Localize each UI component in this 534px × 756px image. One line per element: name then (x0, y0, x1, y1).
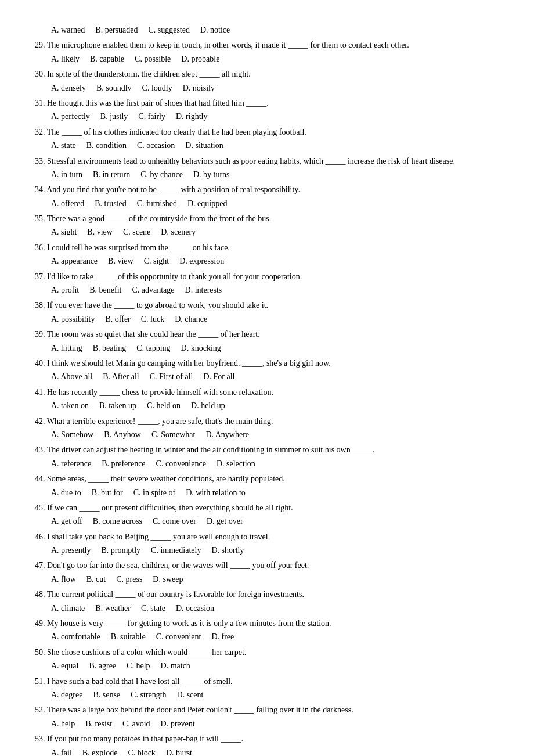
option: A. densely (51, 84, 86, 92)
question-text: 40. I think we should let Maria go campi… (35, 357, 499, 370)
options-line: A. offeredB. trustedC. furnishedD. equip… (35, 197, 499, 210)
option: D. knocking (181, 344, 221, 352)
option: B. in return (93, 170, 130, 179)
options-line: A. SomehowB. AnyhowC. SomewhatD. Anywher… (35, 429, 499, 441)
question-text: 35. There was a good _____ of the countr… (35, 213, 499, 225)
option: D. with relation to (186, 488, 246, 497)
question-text: 38. If you ever have the _____ to go abr… (35, 299, 499, 312)
options-line: A. possibilityB. offerC. luckD. chance (35, 313, 499, 326)
question-block: 46. I shall take you back to Beijing ___… (35, 531, 499, 557)
option: C. sight (144, 257, 169, 265)
option: A. comfortable (51, 632, 100, 641)
option: B. weather (95, 604, 131, 613)
question-block: 52. There was a large box behind the doo… (35, 704, 499, 730)
question-block: 34. And you find that you're not to be _… (35, 183, 499, 210)
option: C. occasion (137, 141, 175, 150)
option: A. perfectly (51, 112, 90, 121)
question-block: 49. My house is very _____ for getting t… (35, 617, 499, 644)
options-line: A. comfortableB. suitableC. convenientD.… (35, 631, 499, 643)
option: D. occasion (176, 604, 214, 613)
options-line: A. warnedB. persuadedC. suggestedD. noti… (35, 24, 499, 37)
option: C. loudly (142, 84, 172, 92)
option: B. beating (93, 344, 127, 352)
option: C. in spite of (134, 488, 175, 497)
option: C. avoid (122, 719, 150, 728)
option: C. scene (123, 228, 150, 236)
option: D. match (161, 661, 190, 670)
option: C. suggested (148, 26, 190, 34)
question-text: 53. If you put too many potatoes in that… (35, 733, 499, 746)
question-text: 36. I could tell he was surprised from t… (35, 242, 499, 254)
question-block: 44. Some areas, _____ their severe weath… (35, 473, 499, 499)
question-block: 33. Stressful environments lead to unhea… (35, 155, 499, 182)
option: C. strength (131, 690, 166, 699)
question-block: 38. If you ever have the _____ to go abr… (35, 299, 499, 326)
options-line: A. hittingB. beatingC. tappingD. knockin… (35, 342, 499, 355)
question-block: 42. What a terrible experience! _____, y… (35, 415, 499, 442)
option: A. Somehow (51, 430, 93, 439)
question-block: 48. The current political _____ of our c… (35, 588, 499, 615)
option: B. preference (102, 459, 145, 468)
option: B. After all (103, 372, 139, 381)
question-block: 32. The _____ of his clothes indicated t… (35, 126, 499, 153)
option: C. block (128, 748, 155, 756)
question-text: 45. If we can _____ our present difficul… (35, 502, 499, 514)
question-block: 36. I could tell he was surprised from t… (35, 242, 499, 268)
options-line: A. degreeB. senseC. strengthD. scent (35, 689, 499, 701)
question-text: 42. What a terrible experience! _____, y… (35, 415, 499, 428)
option: D. noisily (183, 84, 215, 92)
option: A. fail (51, 748, 72, 756)
option: D. For all (203, 372, 234, 381)
options-line: A. flowB. cutC. pressD. sweep (35, 573, 499, 586)
options-line: A. likelyB. capableC. possibleD. probabl… (35, 53, 499, 66)
option: B. but for (92, 488, 123, 497)
option: B. explode (82, 748, 118, 756)
question-block: 53. If you put too many potatoes in that… (35, 733, 499, 756)
options-line: A. stateB. conditionC. occasionD. situat… (35, 139, 499, 152)
option: B. condition (86, 141, 127, 150)
option: B. resist (85, 719, 112, 728)
option: B. benefit (89, 286, 121, 294)
question-text: 37. I'd like to take _____ of this oppor… (35, 271, 499, 283)
option: B. suitable (111, 632, 146, 641)
option: B. justly (100, 112, 128, 121)
option: D. burst (166, 748, 192, 756)
option: A. taken on (51, 401, 89, 410)
option: D. Anywhere (205, 430, 249, 439)
option: A. likely (51, 55, 80, 63)
option: A. appearance (51, 257, 98, 265)
option: B. cut (86, 575, 106, 584)
option: D. notice (200, 26, 230, 34)
question-text: 39. The room was so quiet that she could… (35, 328, 499, 341)
question-block: 50. She chose cushions of a color which … (35, 646, 499, 673)
option: B. come across (93, 517, 142, 525)
question-text: 41. He has recently _____ chess to provi… (35, 386, 499, 399)
options-line: A. referenceB. preferenceC. convenienceD… (35, 458, 499, 470)
option: A. state (51, 141, 76, 150)
option: B. trusted (95, 199, 126, 208)
option: D. expression (179, 257, 224, 265)
option: C. tapping (136, 344, 170, 352)
option: B. view (108, 257, 134, 265)
question-block: 40. I think we should let Maria go campi… (35, 357, 499, 384)
option: C. by chance (140, 170, 183, 179)
option: D. rightly (176, 112, 207, 121)
question-block: 41. He has recently _____ chess to provi… (35, 386, 499, 413)
option: C. fairly (138, 112, 165, 121)
option: B. agree (89, 661, 116, 670)
option: C. press (116, 575, 142, 584)
option: C. immediately (151, 546, 201, 555)
option: C. First of all (150, 372, 193, 381)
option: A. Above all (51, 372, 92, 381)
option: A. get off (51, 517, 82, 525)
options-line: A. presentlyB. promptlyC. immediatelyD. … (35, 544, 499, 557)
option: D. held up (191, 401, 225, 410)
options-line: A. perfectlyB. justlyC. fairlyD. rightly (35, 110, 499, 123)
option: B. taken up (99, 401, 136, 410)
option: B. soundly (96, 84, 132, 92)
question-text: 33. Stressful environments lead to unhea… (35, 155, 499, 168)
option: B. capable (90, 55, 124, 63)
option: D. sweep (153, 575, 183, 584)
options-line: A. equalB. agreeC. helpD. match (35, 660, 499, 672)
question-text: 31. He thought this was the first pair o… (35, 97, 499, 110)
